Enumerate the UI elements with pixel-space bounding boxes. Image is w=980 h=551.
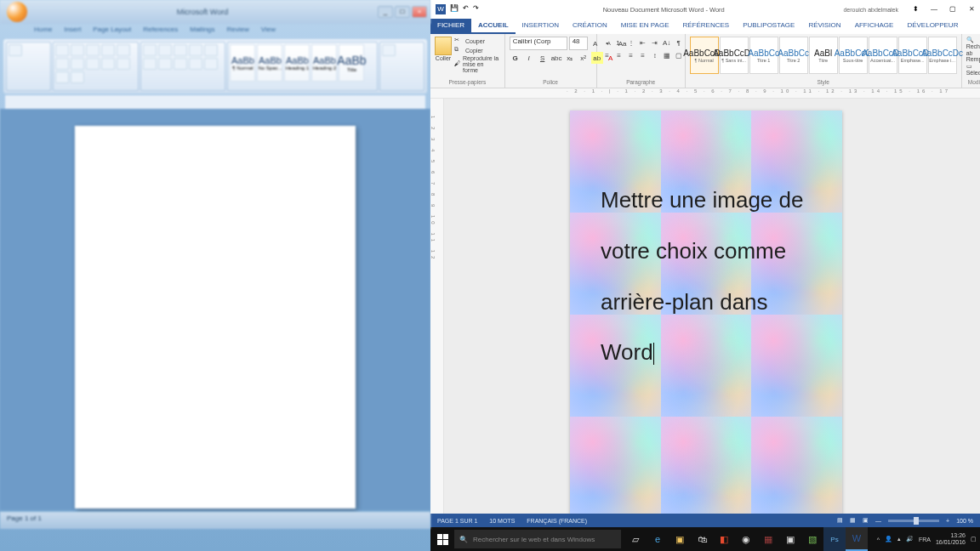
page-count[interactable]: PAGE 1 SUR 1: [437, 518, 477, 524]
tray-chevron-icon[interactable]: ^: [877, 537, 880, 542]
editing-button[interactable]: [382, 44, 396, 56]
cut-button[interactable]: ✂Couper: [454, 37, 500, 45]
edge-icon[interactable]: e: [647, 527, 669, 551]
document-page[interactable]: Mettre une image de votre choix comme ar…: [570, 111, 842, 514]
style-normal[interactable]: AaBb¶ Normal: [230, 44, 255, 82]
tab-references[interactable]: RÉFÉRENCES: [676, 19, 737, 34]
replace-button[interactable]: ab Remplacer: [966, 50, 980, 62]
app-icon[interactable]: ▧: [801, 527, 823, 551]
photoshop-icon[interactable]: Ps: [823, 527, 846, 551]
word-taskbar-icon[interactable]: W: [846, 527, 868, 551]
close-button[interactable]: ✕: [963, 3, 980, 15]
sort-button[interactable]: A↓: [661, 37, 673, 48]
tray-volume-icon[interactable]: 🔊: [906, 536, 914, 542]
minimize-button[interactable]: —: [926, 3, 943, 15]
tray-network-icon[interactable]: ▴: [897, 536, 901, 542]
tab-review[interactable]: Review: [227, 26, 249, 39]
align-center-button[interactable]: ≡: [613, 49, 625, 61]
strike-button[interactable]: abc: [550, 52, 562, 64]
view-print-icon[interactable]: ▦: [850, 517, 856, 524]
style-heading2[interactable]: AaBbHeading 2: [311, 44, 337, 82]
store-icon[interactable]: 🛍: [691, 527, 713, 551]
zoom-in-button[interactable]: +: [946, 518, 949, 524]
indent-button[interactable]: ⇥: [649, 37, 661, 48]
taskbar-search[interactable]: 🔍 Rechercher sur le web et dans Windows: [454, 530, 621, 548]
tab-pagelayout[interactable]: Page Layout: [93, 26, 131, 39]
start-button[interactable]: [430, 527, 454, 551]
app-icon[interactable]: ▣: [779, 527, 801, 551]
notifications-icon[interactable]: ▢: [971, 536, 977, 542]
tab-affichage[interactable]: AFFICHAGE: [848, 19, 901, 34]
font-button[interactable]: [55, 44, 69, 56]
numbering-button[interactable]: 1.: [613, 37, 625, 48]
style-heading1[interactable]: AaBbHeading 1: [284, 44, 310, 82]
tray-people-icon[interactable]: 👤: [885, 536, 892, 542]
shading-button[interactable]: ▦: [661, 49, 673, 61]
outdent-button[interactable]: ⇤: [637, 37, 649, 48]
tab-developpeur[interactable]: DÉVELOPPEUR: [900, 19, 965, 34]
document-body-text[interactable]: Mettre une image de votre choix comme ar…: [601, 175, 817, 378]
para-button[interactable]: [143, 44, 157, 56]
minimize-button[interactable]: _: [378, 6, 393, 18]
underline-button[interactable]: S: [537, 52, 549, 64]
tab-view[interactable]: View: [261, 26, 276, 39]
multilevel-button[interactable]: ⋮: [625, 37, 637, 48]
maximize-button[interactable]: □: [395, 6, 410, 18]
tab-creation[interactable]: CRÉATION: [566, 19, 614, 34]
taskview-icon[interactable]: ▱: [624, 527, 647, 551]
w2007-page[interactable]: [75, 126, 356, 508]
tab-fichier[interactable]: FICHIER: [430, 19, 471, 34]
zoom-slider[interactable]: [888, 520, 939, 522]
style-item[interactable]: AaBbCcTitre 2: [779, 37, 808, 74]
bullets-button[interactable]: •: [601, 37, 613, 48]
subscript-button[interactable]: x₂: [564, 52, 576, 64]
save-icon[interactable]: 💾: [450, 4, 459, 14]
close-button[interactable]: ×: [412, 6, 427, 18]
copy-button[interactable]: ⧉Copier: [454, 46, 500, 54]
chrome-icon[interactable]: ◉: [735, 527, 757, 551]
horizontal-ruler[interactable]: · 2 · 1 · | · 1 · 2 · 3 · 4 · 5 · 6 · 7 …: [430, 88, 980, 99]
style-item[interactable]: AaBlTitre: [809, 37, 838, 74]
zoom-out-button[interactable]: —: [875, 518, 881, 524]
explorer-icon[interactable]: ▣: [669, 527, 691, 551]
tab-accueil[interactable]: ACCUEIL: [471, 19, 516, 34]
tab-insert[interactable]: Insert: [64, 26, 81, 39]
undo-icon[interactable]: ↶: [463, 4, 469, 14]
format-painter-button[interactable]: 🖌Reproduire la mise en forme: [454, 55, 500, 73]
tab-insertion[interactable]: INSERTION: [516, 19, 566, 34]
language-indicator[interactable]: FRANÇAIS (FRANCE): [527, 518, 587, 524]
font-size-select[interactable]: 48: [569, 37, 588, 50]
tray-lang[interactable]: FRA: [919, 537, 931, 542]
tab-home[interactable]: Home: [34, 26, 52, 39]
select-button[interactable]: ▭ Sélectionner: [966, 63, 980, 76]
view-readmode-icon[interactable]: ▤: [837, 517, 843, 524]
tab-publipostage[interactable]: PUBLIPOSTAGE: [736, 19, 801, 34]
zoom-level[interactable]: 100 %: [956, 518, 973, 524]
bold-button[interactable]: G: [510, 52, 521, 64]
ribbon-options-icon[interactable]: ⬍: [907, 3, 924, 15]
italic-button[interactable]: I: [523, 52, 535, 64]
paste-button[interactable]: Coller: [435, 37, 452, 61]
find-button[interactable]: 🔍 Rechercher: [966, 37, 980, 49]
line-spacing-button[interactable]: ↕: [649, 49, 661, 61]
user-name[interactable]: derouich abdelmalek: [843, 7, 898, 13]
align-right-button[interactable]: ≡: [625, 49, 637, 61]
app-icon[interactable]: ▦: [757, 527, 779, 551]
word-count[interactable]: 10 MOTS: [489, 518, 515, 524]
tray-clock[interactable]: 13:26 16/01/2016: [936, 532, 966, 545]
tab-miseenpage[interactable]: MISE EN PAGE: [614, 19, 676, 34]
superscript-button[interactable]: x²: [578, 52, 590, 64]
tab-references[interactable]: References: [143, 26, 178, 39]
justify-button[interactable]: ≡: [637, 49, 649, 61]
font-name-select[interactable]: Calibri (Corp: [510, 37, 567, 50]
style-nospacing[interactable]: AaBbNo Spac...: [257, 44, 282, 82]
office-orb-button[interactable]: [7, 2, 27, 22]
restore-button[interactable]: ▢: [944, 3, 961, 15]
redo-icon[interactable]: ↷: [473, 4, 479, 14]
align-left-button[interactable]: ≡: [601, 49, 613, 61]
paste-button[interactable]: [9, 44, 22, 56]
office-icon[interactable]: ◧: [713, 527, 735, 551]
vertical-ruler[interactable]: 1 2 3 4 5 6 7 8 9 10 11 12: [430, 99, 444, 514]
styles-gallery[interactable]: AaBbCcDc¶ NormalAaBbCcDc¶ Sans int...AaB…: [690, 37, 957, 74]
view-web-icon[interactable]: ▣: [863, 517, 869, 524]
